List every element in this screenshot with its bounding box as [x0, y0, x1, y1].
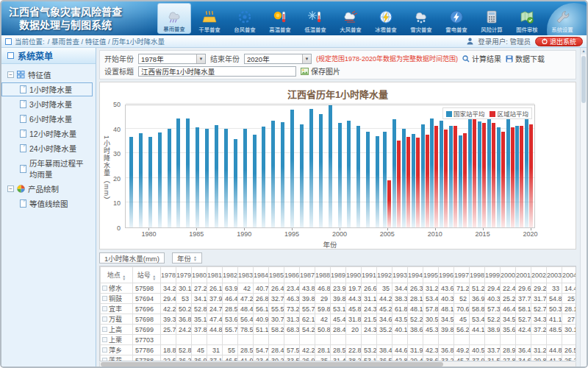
end-year-select[interactable]: 2020年 ▼ — [244, 54, 312, 64]
calculate-result-link[interactable]: 计算结果 — [462, 53, 501, 64]
column-header-year-2002[interactable]: 2002 — [531, 267, 547, 283]
column-header-year-1989[interactable]: 1989 — [331, 267, 346, 283]
toolbar-item-12[interactable]: 系统设置 — [545, 3, 579, 34]
row-expand-icon[interactable] — [102, 306, 107, 311]
column-header-year-1991[interactable]: 1991 — [362, 267, 377, 283]
column-header-year-1979[interactable]: 1979 — [176, 267, 192, 283]
bar-regional-2014 — [473, 119, 476, 227]
station-id-cell: 57788 — [133, 355, 161, 362]
value-cell: 63.9 — [223, 283, 238, 294]
bar-national-1993 — [271, 121, 275, 227]
table-row-57788[interactable]: 莲花5778822.636.236.937.146.541.923.430.23… — [101, 355, 577, 362]
column-header-station-id[interactable]: 站号 ▲▼ — [133, 267, 161, 283]
row-expand-icon[interactable] — [102, 337, 107, 342]
sidebar-item-1-4[interactable]: 12小时降水量 — [1, 127, 93, 141]
toolbar-item-2[interactable]: 干旱普查 — [193, 3, 226, 34]
table-row-57699[interactable]: 上高5769925.724.237.844.855.778.551.158.26… — [101, 325, 577, 335]
sidebar-item-1-6[interactable]: 历年暴雨过程平均雨量 — [1, 156, 93, 181]
column-header-year-1986[interactable]: 1986 — [284, 267, 300, 283]
collapse-icon[interactable]: − — [7, 185, 14, 192]
table-row-57694[interactable]: 铜鼓5769429.45334.137.946.447.226.832.746.… — [101, 294, 577, 304]
image-icon — [301, 68, 309, 75]
column-header-year-1996[interactable]: 1996 — [439, 267, 454, 283]
column-header-year-1982[interactable]: 1982 — [223, 267, 238, 283]
row-expand-icon[interactable] — [102, 358, 107, 361]
scroll-up-arrow-icon[interactable]: ▲ — [581, 48, 587, 54]
year-slot-2016 — [487, 105, 496, 227]
row-expand-icon[interactable] — [102, 296, 107, 301]
table-row-57703[interactable]: 上栗57703 — [101, 335, 577, 345]
column-header-year-2003[interactable]: 2003 — [547, 267, 562, 283]
page-vertical-scrollbar[interactable]: ▲ — [580, 48, 587, 367]
toolbar-item-9[interactable]: 雷电普查 — [440, 3, 473, 34]
column-header-year-1993[interactable]: 1993 — [392, 267, 408, 283]
column-header-year-2001[interactable]: 2001 — [516, 267, 531, 283]
column-header-year-1990[interactable]: 1990 — [346, 267, 362, 283]
sidebar-item-1-1[interactable]: 1小时降水量 — [1, 82, 93, 96]
gridline — [126, 103, 534, 104]
collapse-icon[interactable]: − — [7, 71, 14, 78]
horizontal-scrollbar-thumb[interactable] — [101, 362, 443, 367]
sidebar-group-2[interactable]: −产品绘制 — [1, 182, 96, 196]
column-header-year-1978[interactable]: 1978 — [161, 267, 176, 283]
value-cell: 34.4 — [392, 283, 408, 294]
toolbar-item-1[interactable]: 暴雨普查 — [157, 3, 191, 34]
toolbar-item-11[interactable]: 图件审核 — [510, 3, 544, 34]
value-cell: 43.8 — [300, 283, 315, 294]
column-header-year-1984[interactable]: 1984 — [254, 267, 269, 283]
value-cell: 35.2 — [377, 325, 392, 335]
column-header-year-1980[interactable]: 1980 — [192, 267, 207, 283]
toolbar-item-3[interactable]: 台风普查 — [228, 3, 262, 34]
column-header-station[interactable]: 地点 ▲▼ — [101, 267, 133, 283]
sidebar-item-1-3[interactable]: 6小时降水量 — [1, 112, 93, 126]
column-header-year-1994[interactable]: 1994 — [408, 267, 423, 283]
column-header-year-1995[interactable]: 1995 — [423, 267, 439, 283]
save-image-link[interactable]: 保存图片 — [301, 66, 340, 77]
column-header-year-1992[interactable]: 1992 — [377, 267, 392, 283]
chart-title-input[interactable] — [138, 66, 296, 77]
table-row-57786[interactable]: 萍乡5778618.852.845315528.554.728.457.542.… — [101, 345, 577, 355]
sidebar-group-1[interactable]: −特征值 — [1, 68, 96, 82]
toolbar-item-4[interactable]: 高温普查 — [263, 3, 297, 34]
vertical-scrollbar-thumb[interactable] — [581, 56, 586, 103]
logout-button[interactable]: 退出系统 — [535, 37, 583, 46]
value-cell: 31.4 — [331, 355, 346, 362]
toolbar-item-5[interactable]: 低温普查 — [298, 3, 332, 34]
table-horizontal-scrollbar[interactable] — [99, 362, 576, 367]
column-header-year-1987[interactable]: 1987 — [300, 267, 315, 283]
table-row-57698[interactable]: 万载5769839.336.835.147.453.656.440.930.73… — [101, 314, 577, 325]
sidebar-item-1-5[interactable]: 24小时降水量 — [1, 141, 93, 155]
table-row-57696[interactable]: 宜丰5769642.250.252.824.728.548.456.155.57… — [101, 304, 577, 314]
column-header-year-1998[interactable]: 1998 — [470, 267, 485, 283]
value-cell — [315, 335, 331, 345]
data-download-link[interactable]: 数据下载 — [506, 53, 545, 64]
row-expand-icon[interactable] — [102, 327, 107, 332]
toolbar-item-6[interactable]: 大风普查 — [334, 3, 368, 34]
column-header-year-1988[interactable]: 1988 — [315, 267, 331, 283]
column-header-year-1997[interactable]: 1997 — [454, 267, 470, 283]
column-header-year-1999[interactable]: 1999 — [485, 267, 501, 283]
column-header-year-2000[interactable]: 2000 — [501, 267, 516, 283]
bar-regional-2019 — [520, 126, 523, 227]
start-year-select[interactable]: 1978年 ▼ — [138, 54, 206, 64]
row-expand-icon[interactable] — [102, 347, 107, 353]
bar-regional-2008 — [416, 138, 420, 227]
value-cell: 37.2 — [531, 325, 547, 335]
toolbar-item-7[interactable]: 冰雹普查 — [369, 3, 403, 34]
toolbar-item-10[interactable]: 风险计算 — [475, 3, 509, 34]
value-cell: 24.3 — [362, 304, 377, 314]
sidebar-item-2-1[interactable]: 等值线绘图 — [1, 197, 93, 210]
value-cell: 51.1 — [254, 325, 269, 335]
table-row-57598[interactable]: 修水5759834.230.127.226.163.94240.726.423.… — [101, 283, 577, 294]
row-expand-icon[interactable] — [102, 316, 107, 322]
column-header-year-1981[interactable]: 1981 — [207, 267, 223, 283]
row-expand-icon[interactable] — [102, 286, 107, 291]
value-cell: 21.5 — [362, 314, 377, 325]
sidebar-item-1-2[interactable]: 3小时降水量 — [1, 97, 93, 111]
column-header-year-2004[interactable]: 2004 — [562, 267, 577, 283]
bar-national-2018 — [506, 116, 510, 227]
year-sort-dropdown[interactable]: 年份 ▲▼ — [172, 252, 202, 263]
toolbar-item-8[interactable]: 雪灾普查 — [404, 3, 438, 34]
column-header-year-1985[interactable]: 1985 — [269, 267, 284, 283]
column-header-year-1983[interactable]: 1983 — [238, 267, 254, 283]
